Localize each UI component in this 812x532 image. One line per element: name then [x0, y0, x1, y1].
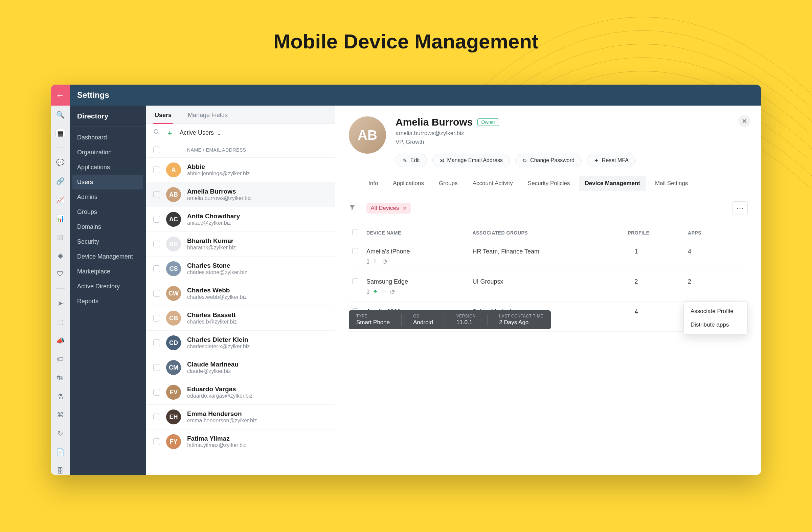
sidebar-item-reports[interactable]: Reports — [70, 294, 146, 308]
row-checkbox[interactable] — [153, 265, 160, 272]
user-row[interactable]: CSCharles Stonecharles.stone@zylker.biz — [146, 257, 335, 281]
users-tab-users[interactable]: Users — [153, 107, 173, 124]
device-checkbox[interactable] — [352, 278, 358, 284]
device-status-icons: ▯♣⊪◔ — [366, 288, 466, 294]
user-row[interactable]: CMClaude Marineauclaude@zylker.biz — [146, 355, 335, 380]
rail-bar-icon[interactable]: 📊 — [56, 214, 65, 222]
sidebar-item-dashboard[interactable]: Dashboard — [70, 130, 146, 145]
rail-search-icon[interactable]: 🔍 — [56, 110, 65, 119]
detail-tab-account-activity[interactable]: Account Activity — [467, 176, 519, 191]
sidebar-item-admins[interactable]: Admins — [70, 189, 146, 204]
clock-icon: ◔ — [382, 258, 387, 264]
row-checkbox[interactable] — [153, 216, 160, 223]
users-list-header: NAME / EMAIL ADDRESS — [146, 142, 335, 158]
rail-bag-icon[interactable]: 🛍 — [56, 374, 65, 382]
user-row[interactable]: CBCharles Bassettcharles.b@zylker.biz — [146, 306, 335, 331]
row-checkbox[interactable] — [153, 438, 160, 445]
device-checkbox[interactable] — [352, 248, 358, 254]
rail-shield-icon[interactable]: 🛡 — [56, 270, 65, 278]
select-all-devices-checkbox[interactable] — [352, 229, 358, 235]
select-all-checkbox[interactable] — [153, 146, 160, 153]
detail-tab-applications[interactable]: Applications — [387, 176, 430, 191]
rail-flask-icon[interactable]: ⚗ — [56, 392, 65, 401]
device-row[interactable]: Amelia's iPhone▯⊪◔HR Team, Finance Team1… — [349, 241, 748, 271]
edit-button[interactable]: ✎Edit — [395, 154, 427, 167]
sidebar-item-domains[interactable]: Domains — [70, 219, 146, 234]
rail-cycle-icon[interactable]: ↻ — [56, 430, 65, 438]
user-avatar: CB — [166, 311, 181, 326]
sidebar-item-active-directory[interactable]: Active Directory — [70, 279, 146, 294]
detail-tab-mail-settings[interactable]: Mail Settings — [649, 176, 694, 191]
active-users-filter[interactable]: Active Users ⌄ — [180, 129, 222, 137]
row-checkbox[interactable] — [153, 191, 160, 198]
menu-item-associate-profile[interactable]: Associate Profile — [684, 305, 748, 318]
rail-doc-icon[interactable]: 📄 — [56, 448, 65, 457]
user-row[interactable]: CDCharles Dieter Kleincharlesdieter.k@zy… — [146, 331, 335, 355]
search-icon[interactable] — [153, 129, 160, 137]
detail-tab-device-management[interactable]: Device Management — [579, 176, 646, 191]
back-button[interactable]: ← — [51, 85, 70, 105]
sidebar-item-security[interactable]: Security — [70, 234, 146, 249]
sidebar-item-groups[interactable]: Groups — [70, 204, 146, 219]
user-avatar: AB — [166, 187, 181, 202]
hero-title: Mobile Device Management — [273, 30, 539, 53]
row-checkbox[interactable] — [153, 389, 160, 396]
sidebar-item-applications[interactable]: Applications — [70, 160, 146, 175]
user-name: Charles Dieter Klein — [187, 336, 250, 344]
sidebar-item-device-management[interactable]: Device Management — [70, 249, 146, 264]
rail-link-icon[interactable]: 🔗 — [56, 177, 65, 185]
rail-directory-icon[interactable]: ▦ — [56, 129, 65, 138]
sidebar-item-users[interactable]: Users — [72, 175, 143, 189]
device-name: Samsung Edge — [366, 278, 466, 285]
row-checkbox[interactable] — [153, 414, 160, 420]
menu-item-distribute-apps[interactable]: Distribute apps — [684, 318, 748, 332]
rail-nav-icon[interactable]: ➤ — [56, 299, 65, 307]
reset-mfa-button[interactable]: ✦Reset MFA — [587, 154, 636, 167]
signal-icon: ⊪ — [374, 258, 378, 264]
rail-diamond-icon[interactable]: ◆ — [56, 251, 65, 260]
sidebar-item-marketplace[interactable]: Marketplace — [70, 264, 146, 279]
rail-tag-icon[interactable]: 🏷 — [56, 355, 65, 363]
user-email: bharathk@zylker.biz — [187, 245, 236, 251]
icon-rail: 🔍▦💬🔗📈📊▤◆🛡➤⬚📣🏷🛍⚗⌘↻📄🗄 — [51, 105, 70, 475]
rail-grid-icon[interactable]: ▤ — [56, 232, 65, 241]
manage-email-address-button[interactable]: ✉Manage Email Address — [432, 154, 510, 167]
column-profile: PROFILE — [624, 225, 684, 241]
rail-cube-icon[interactable]: ⬚ — [56, 317, 65, 326]
chip-remove-icon[interactable]: ✕ — [403, 205, 407, 211]
close-button[interactable]: ✕ — [738, 115, 751, 127]
detail-tab-groups[interactable]: Groups — [433, 176, 464, 191]
add-user-button[interactable]: ＋ — [166, 128, 174, 138]
rail-db-icon[interactable]: 🗄 — [56, 467, 65, 475]
user-row[interactable]: BKBharath Kumarbharathk@zylker.biz — [146, 232, 335, 257]
user-name: Abbie — [187, 163, 250, 171]
row-checkbox[interactable] — [153, 290, 160, 297]
user-avatar: AC — [166, 212, 181, 227]
rail-chat-icon[interactable]: 💬 — [56, 158, 65, 167]
user-row[interactable]: AAbbieabbie.jennings@zylker.biz — [146, 158, 335, 183]
detail-tab-info[interactable]: Info — [362, 176, 384, 191]
user-row[interactable]: EHEmma Hendersonemma.henderson@zylker.bi… — [146, 405, 335, 430]
user-row[interactable]: EVEduardo Vargaseduardo.vargas@zylker.bi… — [146, 380, 335, 405]
filter-icon[interactable] — [349, 204, 356, 213]
row-checkbox[interactable] — [153, 364, 160, 371]
users-tab-manage-fields[interactable]: Manage Fields — [186, 107, 229, 124]
sidebar-item-organization[interactable]: Organization — [70, 145, 146, 160]
more-options-button[interactable]: ⋯ — [732, 201, 748, 215]
device-row[interactable]: Samsung Edge▯♣⊪◔UI Groupsx22 — [349, 271, 748, 302]
user-row[interactable]: CWCharles Webbcharles.webb@zylker.biz — [146, 281, 335, 306]
row-checkbox[interactable] — [153, 241, 160, 247]
rail-analytics-icon[interactable]: 📈 — [56, 195, 65, 204]
row-checkbox[interactable] — [153, 315, 160, 321]
row-checkbox[interactable] — [153, 167, 160, 173]
user-row[interactable]: ABAmelia Burrowsamelia.burrows@zylker.bi… — [146, 183, 335, 207]
user-row[interactable]: FYFatima Yilmazfatima.yilmaz@zylker.biz — [146, 430, 335, 454]
change-password-button[interactable]: ↻Change Password — [515, 154, 582, 167]
row-checkbox[interactable] — [153, 340, 160, 346]
rail-horn-icon[interactable]: 📣 — [56, 336, 65, 345]
rail-cmd-icon[interactable]: ⌘ — [56, 411, 65, 419]
users-filter-bar: ＋ Active Users ⌄ — [146, 124, 335, 142]
filter-chip-all-devices[interactable]: All Devices ✕ — [366, 203, 410, 214]
user-row[interactable]: ACAnita Chowdharyanita.c@zylker.biz — [146, 207, 335, 232]
detail-tab-security-policies[interactable]: Security Policies — [522, 176, 576, 191]
